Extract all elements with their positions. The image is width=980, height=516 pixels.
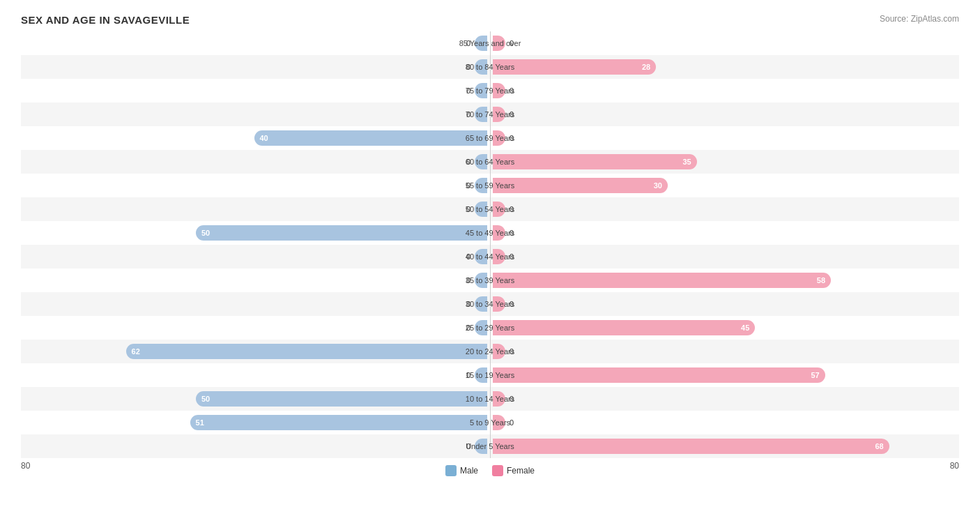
bar-male xyxy=(475,296,487,312)
bar-female xyxy=(493,296,505,312)
male-value: 0 xyxy=(457,276,470,284)
bar-male: 50 xyxy=(196,391,487,407)
legend-color-male xyxy=(445,465,457,476)
rows-wrapper: 085 Years and over0080 to 84 Years28075 … xyxy=(21,31,959,458)
male-value: 0 xyxy=(457,158,470,166)
female-value: 0 xyxy=(510,39,523,47)
chart-title: SEX AND AGE IN SAVAGEVILLE xyxy=(21,14,959,26)
bar-female xyxy=(493,344,505,359)
female-value: 0 xyxy=(510,86,523,95)
male-value: 50 xyxy=(201,229,210,237)
right-side: 35 xyxy=(490,150,959,174)
right-side: 28 xyxy=(490,55,959,79)
bar-male: 51 xyxy=(190,415,487,430)
right-side: 0 xyxy=(490,31,959,55)
source-text: Source: ZipAtlas.com xyxy=(880,14,959,24)
legend-label-male: Male xyxy=(460,466,478,476)
bar-female: 68 xyxy=(493,439,889,454)
male-value: 0 xyxy=(457,181,470,190)
female-value: 0 xyxy=(510,205,523,213)
right-side: 0 xyxy=(490,79,959,103)
left-side: 0 xyxy=(21,197,490,221)
bar-male xyxy=(475,107,487,122)
right-side: 0 xyxy=(490,411,959,434)
female-value: 57 xyxy=(811,371,819,379)
female-value: 0 xyxy=(510,418,523,427)
left-side: 0 xyxy=(21,292,490,316)
female-value: 30 xyxy=(654,181,662,190)
left-side: 0 xyxy=(21,55,490,79)
right-side: 0 xyxy=(490,103,959,126)
bar-female xyxy=(493,202,505,217)
right-side: 58 xyxy=(490,268,959,292)
legend-label-female: Female xyxy=(507,466,535,476)
bar-female xyxy=(493,83,505,98)
axis-label-left: 80 xyxy=(21,461,30,476)
female-value: 68 xyxy=(875,442,883,450)
male-value: 50 xyxy=(201,395,210,403)
male-value: 0 xyxy=(457,371,470,379)
right-side: 68 xyxy=(490,434,959,458)
female-value: 0 xyxy=(510,134,523,142)
bar-female xyxy=(493,415,505,430)
bar-male xyxy=(475,36,487,51)
left-side: 0 xyxy=(21,316,490,340)
male-value: 0 xyxy=(457,300,470,308)
legend-item-male: Male xyxy=(445,465,478,476)
left-side: 0 xyxy=(21,174,490,197)
bar-male xyxy=(475,202,487,217)
right-side: 30 xyxy=(490,174,959,197)
bar-male: 40 xyxy=(254,130,488,146)
bar-female xyxy=(493,249,505,264)
bar-male xyxy=(475,439,487,454)
bar-male xyxy=(475,154,487,169)
bar-male xyxy=(475,367,487,383)
female-value: 45 xyxy=(741,324,749,332)
left-side: 0 xyxy=(21,434,490,458)
male-value: 62 xyxy=(132,347,140,356)
right-side: 0 xyxy=(490,340,959,363)
right-side: 0 xyxy=(490,245,959,268)
female-value: 28 xyxy=(642,63,650,71)
bar-male: 62 xyxy=(126,344,487,359)
bar-female xyxy=(493,36,505,51)
bar-female: 45 xyxy=(493,320,755,335)
left-side: 0 xyxy=(21,363,490,387)
left-side: 40 xyxy=(21,126,490,150)
female-value: 0 xyxy=(510,300,523,308)
male-value: 0 xyxy=(457,39,470,47)
female-value: 0 xyxy=(510,395,523,403)
male-value: 40 xyxy=(260,134,268,142)
left-side: 62 xyxy=(21,340,490,363)
bar-male xyxy=(475,83,487,98)
left-side: 0 xyxy=(21,245,490,268)
center-divider xyxy=(490,31,491,458)
axis-label-right: 80 xyxy=(950,461,959,476)
left-side: 0 xyxy=(21,268,490,292)
bar-female: 28 xyxy=(493,59,656,75)
bar-male xyxy=(475,59,487,75)
bar-male xyxy=(475,273,487,288)
left-side: 50 xyxy=(21,387,490,411)
male-value: 51 xyxy=(196,418,204,427)
bar-female: 58 xyxy=(493,273,831,288)
left-side: 0 xyxy=(21,150,490,174)
bar-female xyxy=(493,391,505,407)
right-side: 0 xyxy=(490,126,959,150)
legend-color-female xyxy=(492,465,503,476)
male-value: 0 xyxy=(457,86,470,95)
male-value: 0 xyxy=(457,205,470,213)
female-value: 58 xyxy=(817,276,825,284)
male-value: 0 xyxy=(457,442,470,450)
bar-female: 35 xyxy=(493,154,697,169)
left-side: 0 xyxy=(21,31,490,55)
male-value: 0 xyxy=(457,63,470,71)
male-value: 0 xyxy=(457,252,470,261)
bar-female xyxy=(493,130,505,146)
bar-female xyxy=(493,225,505,241)
female-value: 0 xyxy=(510,110,523,119)
chart-container: SEX AND AGE IN SAVAGEVILLE Source: ZipAt… xyxy=(0,0,980,516)
left-side: 0 xyxy=(21,103,490,126)
bar-female: 57 xyxy=(493,367,825,383)
female-value: 35 xyxy=(682,158,691,166)
